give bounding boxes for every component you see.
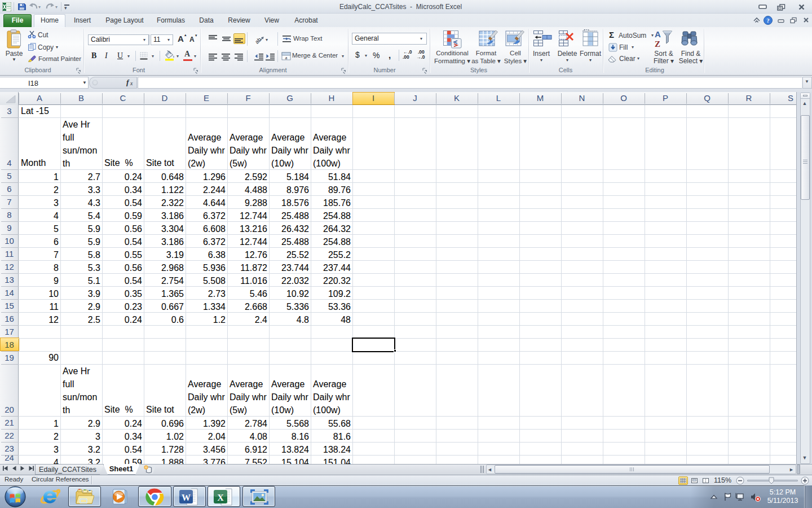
svg-text:A: A [655, 29, 661, 39]
svg-text:X: X [217, 493, 224, 502]
svg-text:a: a [285, 55, 288, 60]
svg-text:W: W [182, 493, 191, 502]
svg-text:ab: ab [254, 36, 263, 44]
svg-text:Z: Z [655, 40, 660, 48]
